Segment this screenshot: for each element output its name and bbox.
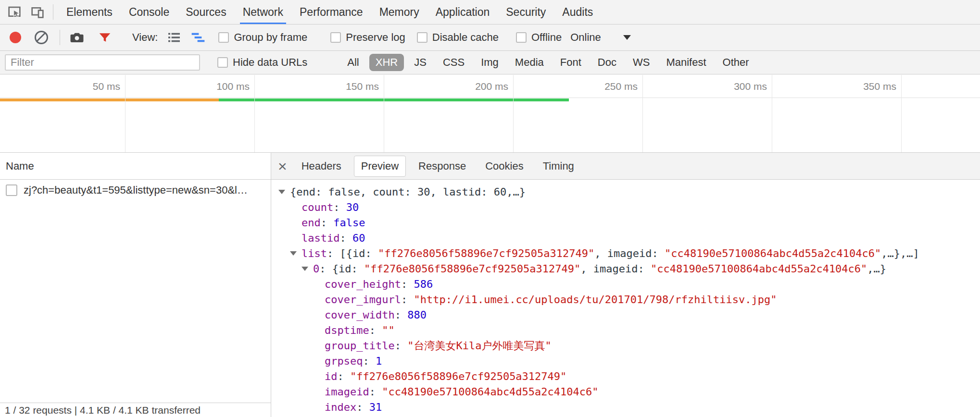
filter-type-font[interactable]: Font — [554, 54, 588, 71]
close-icon[interactable]: × — [278, 159, 287, 174]
tab-elements[interactable]: Elements — [65, 0, 113, 24]
json-number: 586 — [414, 278, 433, 290]
checkbox-box-icon — [218, 32, 229, 43]
json-key: cover_height — [325, 278, 401, 290]
filter-type-js[interactable]: JS — [408, 54, 433, 71]
json-string: "台湾美女Kila户外唯美写真" — [407, 340, 551, 352]
json-text: : — [333, 201, 346, 213]
filter-type-other[interactable]: Other — [716, 54, 755, 71]
checkbox-box-icon — [417, 32, 427, 43]
filter-type-all[interactable]: All — [341, 54, 365, 71]
view-label: View: — [132, 31, 158, 44]
tab-network[interactable]: Network — [242, 0, 284, 24]
preserve-log-checkbox[interactable]: Preserve log — [330, 31, 405, 44]
throttling-select[interactable]: Online — [570, 31, 631, 44]
json-string: "cc48190e57100864abc4d55a2c4104c6" — [382, 386, 598, 398]
json-tree-row: list: [{id: "ff276e8056f58896e7cf92505a3… — [271, 246, 980, 261]
tab-performance[interactable]: Performance — [299, 0, 364, 24]
timeline-tick-label: 50 ms — [43, 81, 120, 92]
json-text: : [{id: — [327, 247, 378, 259]
json-text: {end: false, count: 30, lastid: 60,…} — [290, 186, 526, 198]
tree-expand-icon[interactable] — [302, 261, 313, 277]
filter-input[interactable] — [5, 54, 200, 71]
tree-expand-icon[interactable] — [290, 246, 302, 261]
tab-memory[interactable]: Memory — [378, 0, 420, 24]
json-tree-row: dsptime: "" — [271, 323, 980, 338]
json-tree-row: group_title: "台湾美女Kila户外唯美写真" — [271, 338, 980, 354]
filter-type-ws[interactable]: WS — [627, 54, 656, 71]
json-text: : — [401, 294, 414, 306]
timeline-tick-label: 350 ms — [819, 81, 896, 92]
details-tab-response[interactable]: Response — [412, 156, 473, 176]
clear-button[interactable] — [35, 31, 48, 44]
requests-panel: Name zj?ch=beauty&t1=595&listtype=new&sn… — [0, 153, 271, 417]
timeline-tick-label: 200 ms — [431, 81, 508, 92]
filter-type-css[interactable]: CSS — [437, 54, 471, 71]
filter-funnel-icon[interactable] — [98, 30, 112, 45]
checkbox-box-icon — [516, 32, 527, 43]
details-tab-headers[interactable]: Headers — [295, 156, 348, 176]
group-by-frame-checkbox[interactable]: Group by frame — [218, 31, 307, 44]
checkbox-label: Preserve log — [346, 31, 405, 44]
request-row[interactable]: zj?ch=beauty&t1=595&listtype=new&sn=30&l… — [0, 180, 271, 201]
json-key: group_title — [325, 340, 395, 352]
json-text: : — [395, 340, 408, 352]
json-text: : — [338, 370, 351, 382]
filter-type-media[interactable]: Media — [509, 54, 550, 71]
json-key: list — [302, 247, 327, 259]
inspect-element-icon[interactable] — [7, 4, 22, 20]
json-tree-row: cover_imgurl: "http://i1.umei.cc/uploads… — [271, 292, 980, 307]
offline-checkbox[interactable]: Offline — [516, 31, 562, 44]
tab-audits[interactable]: Audits — [561, 0, 594, 24]
json-text: , imageid: — [594, 247, 665, 259]
devtools-tabbar: ElementsConsoleSourcesNetworkPerformance… — [0, 0, 980, 25]
checkbox-label: Disable cache — [432, 31, 499, 44]
timeline-gridline — [254, 75, 255, 152]
json-tree-row: end: false — [271, 215, 980, 231]
json-number: 60 — [352, 232, 365, 244]
json-key: grpseq — [325, 355, 363, 367]
json-string: "ff276e8056f58896e7cf92505a312749" — [350, 370, 566, 382]
timeline-gridline — [513, 75, 514, 152]
timeline-tick-label: 250 ms — [561, 81, 638, 92]
filter-type-manifest[interactable]: Manifest — [660, 54, 712, 71]
json-number: 880 — [407, 309, 427, 321]
details-tab-timing[interactable]: Timing — [536, 156, 581, 176]
json-number: 30 — [346, 201, 359, 213]
filter-type-doc[interactable]: Doc — [591, 54, 623, 71]
filter-type-xhr[interactable]: XHR — [369, 54, 404, 71]
device-toolbar-icon[interactable] — [30, 4, 45, 20]
json-key: count — [302, 201, 333, 213]
tree-expand-icon[interactable] — [278, 184, 290, 200]
timeline-tick-label: 100 ms — [173, 81, 250, 92]
name-column-header[interactable]: Name — [0, 153, 271, 180]
json-string: "ff276e8056f58896e7cf92505a312749" — [378, 247, 594, 259]
json-text: : — [369, 324, 382, 336]
overview-waterfall-icon[interactable] — [190, 30, 206, 45]
checkbox-label: Hide data URLs — [233, 56, 307, 69]
screenshot-camera-icon[interactable] — [69, 29, 85, 46]
disable-cache-checkbox[interactable]: Disable cache — [417, 31, 499, 44]
tab-application[interactable]: Application — [435, 0, 491, 24]
details-tab-preview[interactable]: Preview — [354, 156, 406, 177]
timeline-overview[interactable]: 50 ms100 ms150 ms200 ms250 ms300 ms350 m… — [0, 75, 980, 153]
tab-security[interactable]: Security — [505, 0, 547, 24]
json-tree-row: index: 31 — [271, 400, 980, 415]
json-number: 1 — [376, 355, 382, 367]
json-key: index — [325, 401, 356, 413]
timeline-gridline — [125, 75, 126, 152]
small-rows-icon[interactable] — [166, 30, 182, 45]
devtools-window: ElementsConsoleSourcesNetworkPerformance… — [0, 0, 980, 417]
tab-sources[interactable]: Sources — [185, 0, 227, 24]
json-tree-row: cover_height: 586 — [271, 277, 980, 292]
details-tab-cookies[interactable]: Cookies — [478, 156, 530, 176]
filter-type-img[interactable]: Img — [475, 54, 505, 71]
record-button[interactable] — [10, 32, 21, 43]
tab-console[interactable]: Console — [128, 0, 170, 24]
hide-data-urls-checkbox[interactable]: Hide data URLs — [217, 56, 307, 69]
json-tree-row: {end: false, count: 30, lastid: 60,…} — [271, 184, 980, 200]
json-text: : — [321, 217, 334, 229]
json-number: 31 — [369, 401, 382, 413]
devtools-tab-strip: ElementsConsoleSourcesNetworkPerformance… — [58, 0, 601, 24]
details-panel: × HeadersPreviewResponseCookiesTiming {e… — [271, 153, 980, 417]
